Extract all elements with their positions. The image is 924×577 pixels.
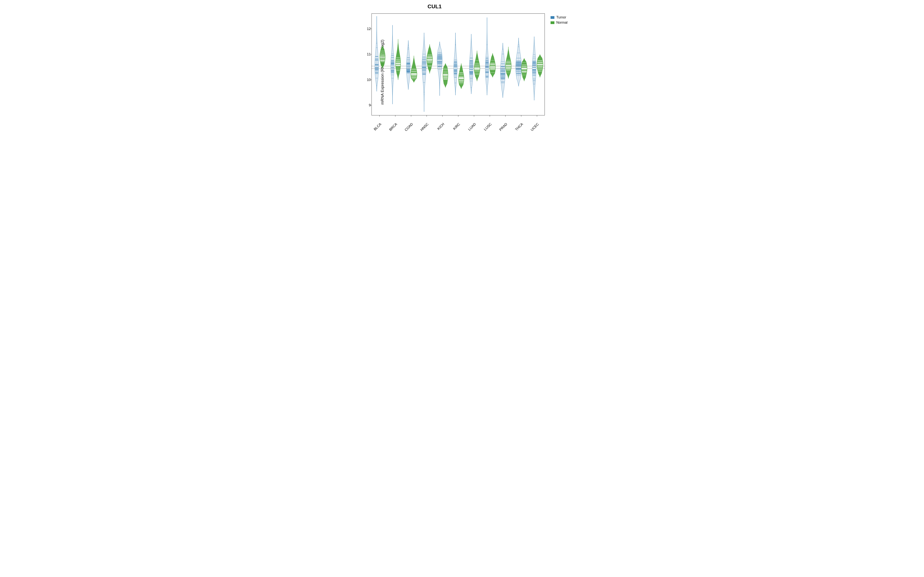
- legend-swatch: [551, 21, 554, 24]
- x-tick-label: BRCA: [387, 122, 398, 133]
- legend: TumorNormal: [551, 15, 567, 26]
- x-tick-mark: [411, 115, 411, 116]
- x-tick-mark: [474, 115, 474, 116]
- x-tick-label: KIRC: [450, 122, 461, 133]
- y-tick-mark: [370, 29, 372, 29]
- x-tick-mark: [426, 115, 427, 116]
- x-tick-label: UCEC: [529, 122, 540, 133]
- chart-container: CUL1 mRNA Expression (RNASeq V2, log2) T…: [347, 0, 577, 144]
- x-tick-mark: [505, 115, 506, 116]
- y-tick-label: 11: [365, 52, 371, 56]
- x-tick-label: PRAD: [497, 122, 508, 133]
- x-tick-label: HNSC: [418, 122, 430, 133]
- y-tick-label: 12: [365, 27, 371, 31]
- x-tick-label: LUSC: [481, 122, 493, 133]
- legend-swatch: [551, 16, 554, 19]
- x-tick-mark: [537, 115, 537, 116]
- y-tick-label: 9: [365, 103, 371, 107]
- legend-item: Tumor: [551, 15, 567, 19]
- legend-item: Normal: [551, 21, 567, 25]
- y-tick-mark: [370, 54, 372, 55]
- x-tick-label: KICH: [434, 122, 445, 133]
- legend-label: Tumor: [556, 15, 566, 19]
- plot-area: [372, 13, 545, 115]
- x-tick-label: BLCA: [371, 122, 382, 133]
- legend-label: Normal: [556, 21, 567, 25]
- x-tick-label: LUAD: [466, 122, 477, 133]
- x-tick-mark: [395, 115, 396, 116]
- chart-title: CUL1: [347, 3, 523, 10]
- x-tick-label: COAD: [403, 122, 414, 133]
- x-tick-label: THCA: [513, 122, 524, 133]
- y-tick-label: 10: [365, 78, 371, 82]
